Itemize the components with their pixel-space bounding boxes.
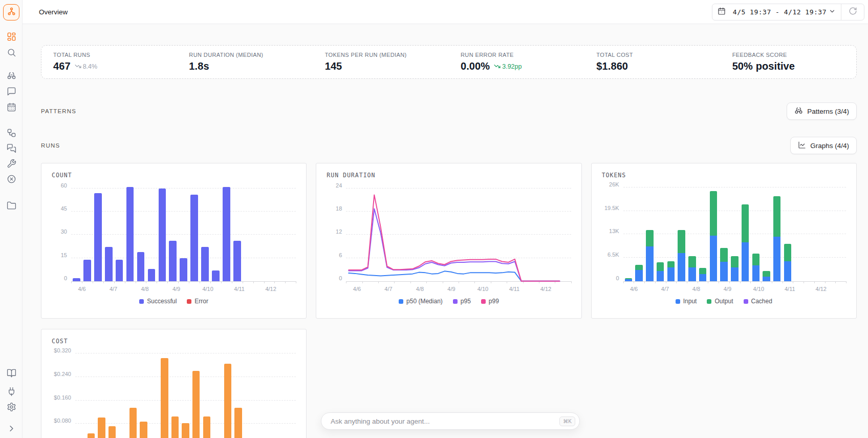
legend-swatch [707,299,711,304]
sidebar [0,0,23,438]
sidebar-item-workflow[interactable] [0,128,23,140]
bar-segment-successful [180,258,187,281]
legend-item-p95[interactable]: p95 [453,298,471,305]
legend-item-error[interactable]: Error [187,298,208,305]
sidebar-item-binoculars[interactable] [0,70,23,82]
x-tick-label: 4/8 [141,286,148,292]
stat-value: $1.860 [596,60,628,72]
axis-tick [491,281,491,283]
legend-item-cached[interactable]: Cached [744,298,772,305]
bar-segment-input [752,265,760,281]
y-tick-label: 60 [44,182,67,189]
sidebar-item-book-open[interactable] [0,368,23,380]
axis-tick [846,281,847,283]
stat-delta-value: 8.4% [83,63,98,70]
gridline [75,400,296,401]
sidebar-item-plug[interactable] [0,386,23,399]
sidebar-item-calendar[interactable] [0,102,23,114]
stat-label: FEEDBACK SCORE [732,52,856,58]
legend-item-successful[interactable]: Successful [139,298,177,305]
legend-label: Output [714,298,733,305]
axis-tick [687,281,687,283]
bar-segment-output [720,248,728,262]
bar-segment-input [646,246,654,281]
stat-total-cost: TOTAL COST$1.860 [584,52,720,72]
x-tick-label: 4/6 [630,286,638,292]
axis-tick [676,281,677,283]
x-tick-label: 4/6 [353,286,361,292]
axis-tick [655,281,656,283]
sidebar-item-settings[interactable] [0,402,23,414]
bar-segment-input [688,267,696,281]
chart-card-cost: COST$0.080$0.160$0.240$0.320 [41,329,307,438]
axis-tick [474,281,475,283]
sidebar-item-messages[interactable] [0,143,23,155]
axis-tick [167,281,168,283]
axis-tick [103,281,104,283]
axis-tick [761,281,762,283]
bar-segment-successful [169,241,177,281]
axis-tick [71,281,72,283]
graphs-button[interactable]: Graphs (4/4) [790,137,857,154]
bar-segment-output [678,230,685,253]
dashboard-icon [7,32,16,44]
axis-tick [264,281,265,283]
legend-item-input[interactable]: Input [676,298,697,305]
charts-grid: COUNT0153045604/64/74/84/94/104/114/12Su… [41,163,857,438]
ask-agent-bar[interactable]: ⌘K [321,412,580,430]
bar-segment-successful [126,187,134,281]
ask-agent-input[interactable] [331,418,559,425]
stat-run-error-rate: RUN ERROR RATE0.00%3.92pp [449,52,584,72]
legend-item-output[interactable]: Output [707,298,733,305]
plot-area: 06.5K13K19.5K26K4/64/74/84/94/104/114/12 [623,186,846,281]
gridline [623,187,846,187]
date-range-picker[interactable]: 4/5 19:37 - 4/12 19:37 [712,4,864,20]
date-range-button[interactable]: 4/5 19:37 - 4/12 19:37 [731,4,841,20]
axis-tick [157,281,157,283]
bar-segment-output [625,278,633,279]
axis-tick [82,281,82,283]
sidebar-item-wrench[interactable] [0,158,23,171]
axis-tick [296,281,296,283]
sidebar-item-chat[interactable] [0,86,23,98]
x-tick-label: 4/11 [509,286,520,292]
bar-segment-output [710,191,718,236]
y-tick-label: 6.5K [596,252,619,258]
bar-segment-output [742,204,749,242]
x-tick-label: 4/12 [265,286,276,292]
sidebar-item-circle-x[interactable] [0,174,23,186]
bar-segment-cost [88,433,95,438]
bar-segment-cost [129,408,137,438]
sidebar-item-folder[interactable] [0,200,23,213]
bar-segment-successful [137,252,145,281]
sidebar-item-search[interactable] [0,47,23,59]
x-tick-label: 4/11 [785,286,795,292]
calendar-icon [718,7,726,17]
app-logo[interactable] [3,4,19,20]
axis-tick [114,281,115,283]
bar-segment-cost [140,422,147,438]
axis-tick [719,281,719,283]
stat-label: RUN DURATION (MEDIAN) [189,52,313,58]
legend-swatch [187,299,191,304]
legend-item-p50[interactable]: p50 (Median) [399,298,443,305]
bar-segment-successful [116,260,123,281]
patterns-button-label: Patterns (3/4) [807,108,849,115]
x-tick-label: 4/6 [78,286,85,292]
stat-total-runs: TOTAL RUNS4678.4% [41,52,177,72]
x-tick-label: 4/10 [478,286,488,292]
topbar: Overview 4/5 19:37 - 4/12 19:37 [23,0,868,24]
patterns-button[interactable]: Patterns (3/4) [787,102,857,120]
sidebar-item-chevron-right[interactable] [0,423,23,435]
legend-item-p99[interactable]: p99 [481,298,499,305]
plug-icon [7,387,16,399]
refresh-button[interactable] [841,4,864,20]
bar-segment-output [688,256,696,268]
line-series-p50 [349,271,560,281]
bar-segment-successful [73,278,80,281]
bar-segment-output [752,254,760,265]
sidebar-item-dashboard[interactable] [0,31,23,44]
stat-label: TOTAL RUNS [53,52,177,58]
calendar-picker-button[interactable] [712,4,731,20]
axis-tick [571,281,572,283]
